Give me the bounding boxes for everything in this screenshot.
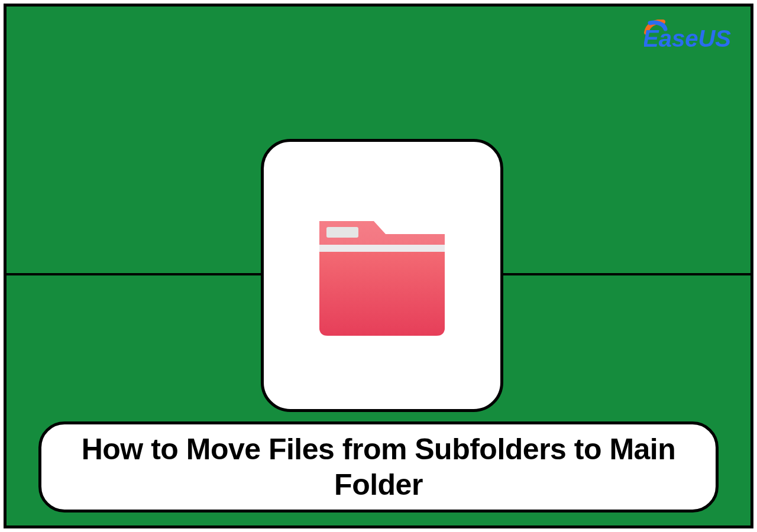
page-title: How to Move Files from Subfolders to Mai… (59, 432, 698, 502)
folder-icon (299, 193, 465, 358)
brand-logo: EaseUS (644, 20, 736, 50)
title-card: How to Move Files from Subfolders to Mai… (38, 421, 719, 512)
svg-rect-1 (326, 227, 358, 238)
main-frame: EaseUS How to Mov (4, 4, 753, 528)
svg-text:EaseUS: EaseUS (644, 25, 731, 50)
icon-card (261, 139, 503, 412)
